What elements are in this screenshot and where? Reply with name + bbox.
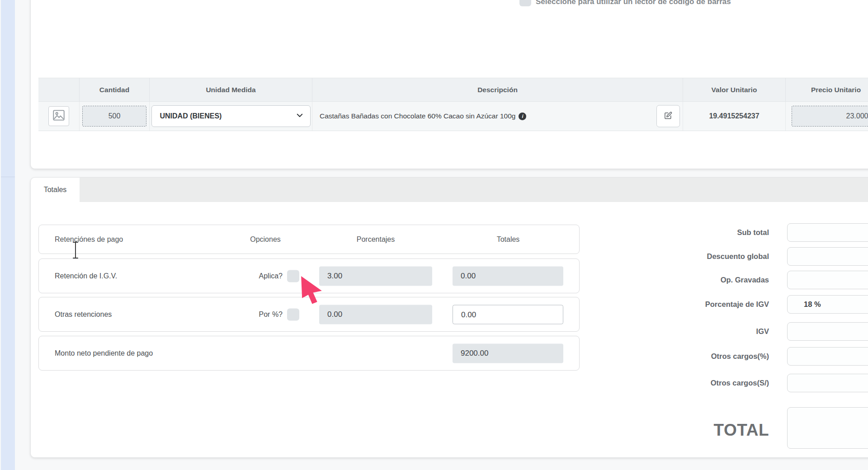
unidad-medida-value: UNIDAD (BIENES) [160,112,222,120]
header-image-column [38,78,80,101]
header-valor-unitario: Valor Unitario [683,78,786,101]
retencion-igv-porcentaje-input[interactable]: 3.00 [319,266,432,286]
header-descripcion: Descripción [312,78,683,101]
header-precio-unitario: Precio Unitario [786,78,868,101]
retenciones-header-totales: Totales [497,235,520,244]
edit-icon [664,111,673,122]
aplica-label: Aplica? [259,272,283,280]
barcode-scanner-label: Seleccione para utilizar un lector de có… [536,0,731,6]
items-table-header: Cantidad Unidad Medida Descripción Valor… [38,78,868,102]
total-label: TOTAL [714,420,769,440]
item-row: 500 UNIDAD (BIENES) Castañas Bañadas con… [38,102,868,131]
op-gravadas-label: Op. Gravadas [721,275,769,285]
header-unidad-medida: Unidad Medida [150,78,312,101]
descuento-global-label: Descuento global [707,251,769,261]
descuento-global-input[interactable] [787,247,868,266]
retenciones-header-box: Retenciónes de pago Opciones Porcentajes… [38,225,580,254]
barcode-scanner-checkbox[interactable] [519,0,531,6]
unidad-medida-select[interactable]: UNIDAD (BIENES) [151,105,311,127]
monto-neto-label: Monto neto pendiente de pago [55,349,153,357]
totales-tabbar: Totales [31,178,868,202]
precio-unitario-input[interactable]: 23.000 [792,106,868,127]
retencion-igv-label: Retención de I.G.V. [55,272,117,280]
left-panel-strip [1,0,15,470]
info-icon[interactable]: i [519,113,526,120]
otros-cargos-sol-input[interactable] [787,374,868,392]
op-gravadas-input[interactable] [787,271,868,289]
tab-totales[interactable]: Totales [31,178,80,202]
otros-cargos-pct-input[interactable] [787,347,868,366]
monto-neto-input[interactable]: 9200.00 [453,343,563,363]
retencion-igv-total-input[interactable]: 0.00 [453,266,563,286]
aplica-checkbox[interactable] [287,270,299,282]
por-percent-label: Por %? [259,310,283,319]
monto-neto-row: Monto neto pendiente de pago 9200.00 [38,336,580,371]
items-card: Seleccione para utilizar un lector de có… [30,0,868,169]
text-cursor-icon [71,241,80,259]
igv-label: IGV [756,326,769,336]
retenciones-title: Retenciónes de pago [55,235,123,244]
cantidad-input[interactable]: 500 [82,106,146,127]
otros-cargos-sol-label: Otros cargos(S/) [711,378,769,388]
items-table: Cantidad Unidad Medida Descripción Valor… [38,78,868,131]
otras-retenciones-total-input[interactable]: 0.00 [453,305,563,324]
otras-retenciones-porcentaje-input[interactable]: 0.00 [319,305,432,324]
item-descripcion: Castañas Bañadas con Chocolate 60% Cacao… [320,112,526,120]
header-cantidad: Cantidad [80,78,150,101]
retenciones-header-porcentajes: Porcentajes [357,235,395,244]
chevron-down-icon [296,111,304,121]
invoice-page: { "colors": { "cursor_pink": "#f43f6d", … [0,0,868,470]
igv-input[interactable] [787,322,868,341]
por-percent-checkbox[interactable] [287,308,299,320]
porcentaje-igv-input[interactable]: 18 % [787,295,868,314]
mouse-pointer-cursor-icon [299,276,325,305]
sub-total-label: Sub total [737,227,769,237]
valor-unitario-value: 19.4915254237 [709,112,759,120]
edit-description-button[interactable] [656,105,680,127]
otras-retenciones-label: Otras retenciones [55,310,112,319]
left-panel-divider [1,177,15,177]
totales-card: Totales Retenciónes de pago Opciones Por… [30,177,868,458]
otros-cargos-pct-label: Otros cargos(%) [711,351,769,361]
retenciones-header-opciones: Opciones [250,235,281,244]
item-image-button[interactable] [48,106,69,126]
porcentaje-igv-label: Porcentaje de IGV [705,299,769,309]
image-icon [53,110,65,122]
total-value-box [787,407,868,449]
sub-total-input[interactable] [787,223,868,242]
